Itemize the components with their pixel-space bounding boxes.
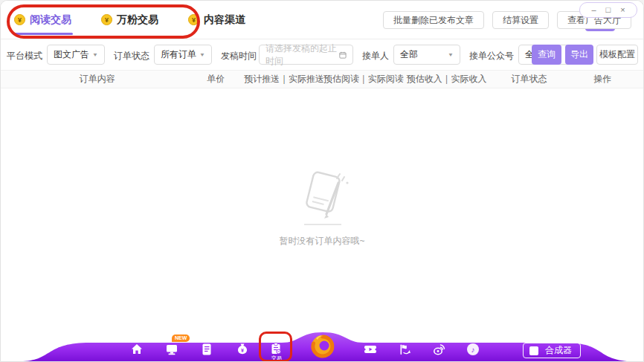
order-status-label: 订单状态 bbox=[114, 50, 149, 62]
account-label: 接单公众号 bbox=[469, 50, 514, 62]
query-button[interactable]: 查询 bbox=[532, 45, 561, 65]
table-header: 订单内容 单价 预计推送｜实际推送 预估阅读｜实际阅读 预估收入｜实际收入 订单… bbox=[1, 70, 643, 88]
svg-text:♪: ♪ bbox=[471, 346, 475, 354]
col-order-status: 订单状态 bbox=[497, 73, 562, 85]
receiver-select[interactable]: 全部 ▼ bbox=[393, 45, 460, 65]
coin-icon: ¥ bbox=[188, 14, 199, 25]
dock-icons: NEW ¥ bbox=[1, 323, 644, 361]
empty-notepad-illustration bbox=[277, 161, 367, 229]
chevron-down-icon: ▼ bbox=[92, 52, 98, 58]
synthesizer-button[interactable]: 合成器 bbox=[523, 343, 581, 358]
empty-message: 暂时没有订单内容哦~ bbox=[1, 235, 643, 248]
close-icon[interactable]: × bbox=[620, 6, 625, 14]
monitor-icon[interactable] bbox=[164, 342, 179, 357]
col-unit-price: 单价 bbox=[193, 73, 238, 85]
home-icon[interactable] bbox=[129, 342, 144, 357]
ticket-icon[interactable] bbox=[363, 342, 378, 357]
receiver-label: 接单人 bbox=[362, 50, 389, 62]
platform-mode-select[interactable]: 图文广告 ▼ bbox=[47, 45, 105, 65]
order-status-select[interactable]: 所有订单 ▼ bbox=[154, 45, 212, 65]
new-badge: NEW bbox=[172, 334, 190, 342]
publish-time-label: 发稿时间 bbox=[221, 50, 257, 62]
trade-clipboard-icon[interactable] bbox=[268, 341, 283, 356]
tab-label: 阅读交易 bbox=[30, 13, 71, 27]
col-reads: 预估阅读｜实际阅读 bbox=[330, 73, 397, 85]
tab-label: 内容渠道 bbox=[204, 13, 245, 27]
platform-mode-label: 平台模式 bbox=[7, 50, 42, 62]
template-config-button[interactable]: 模板配置 bbox=[596, 45, 638, 65]
app-window: – □ × ¥ 阅读交易 ¥ 万粉交易 ¥ 内容渠道 批量删除已发布文章 结算设… bbox=[0, 0, 644, 362]
settlement-settings-button[interactable]: 结算设置 bbox=[492, 11, 549, 29]
maximize-icon[interactable]: □ bbox=[606, 6, 611, 14]
tab-label: 万粉交易 bbox=[117, 13, 158, 27]
svg-text:¥: ¥ bbox=[241, 348, 244, 353]
export-button[interactable]: 导出 bbox=[565, 45, 593, 65]
synthesizer-checkbox[interactable] bbox=[529, 346, 538, 355]
batch-delete-button[interactable]: 批量删除已发布文章 bbox=[383, 11, 484, 29]
flag-icon[interactable] bbox=[397, 342, 412, 357]
col-push: 预计推送｜实际推送 bbox=[238, 73, 330, 85]
select-value: 全部 bbox=[400, 48, 418, 61]
music-icon[interactable]: ♪ bbox=[466, 342, 480, 357]
coin-icon: ¥ bbox=[101, 14, 112, 25]
tab-fans-trade[interactable]: ¥ 万粉交易 bbox=[101, 13, 158, 27]
window-controls: – □ × bbox=[579, 2, 637, 18]
tab-content-channel[interactable]: ¥ 内容渠道 bbox=[188, 13, 245, 27]
synthesizer-label: 合成器 bbox=[545, 344, 572, 357]
weibo-icon[interactable] bbox=[432, 342, 447, 357]
select-value: 图文广告 bbox=[54, 48, 89, 61]
empty-state: 暂时没有订单内容哦~ bbox=[1, 161, 643, 248]
date-placeholder: 请选择发稿的起止时间 bbox=[265, 42, 339, 68]
trade-label: 交易 bbox=[268, 355, 285, 362]
publish-time-input[interactable]: 请选择发稿的起止时间 bbox=[259, 45, 353, 65]
moneybag-icon[interactable]: ¥ bbox=[235, 342, 250, 357]
document-icon[interactable] bbox=[199, 342, 214, 357]
tab-reading-trade[interactable]: ¥ 阅读交易 bbox=[14, 13, 71, 27]
chevron-down-icon: ▼ bbox=[448, 52, 454, 58]
col-income: 预估收入｜实际收入 bbox=[397, 73, 497, 85]
calendar-icon bbox=[339, 51, 347, 59]
select-value: 所有订单 bbox=[161, 48, 196, 61]
col-order-content: 订单内容 bbox=[1, 73, 193, 85]
col-actions: 操作 bbox=[561, 73, 643, 85]
coin-icon: ¥ bbox=[14, 14, 25, 25]
minimize-icon[interactable]: – bbox=[591, 6, 596, 14]
chevron-down-icon: ▼ bbox=[199, 52, 205, 58]
